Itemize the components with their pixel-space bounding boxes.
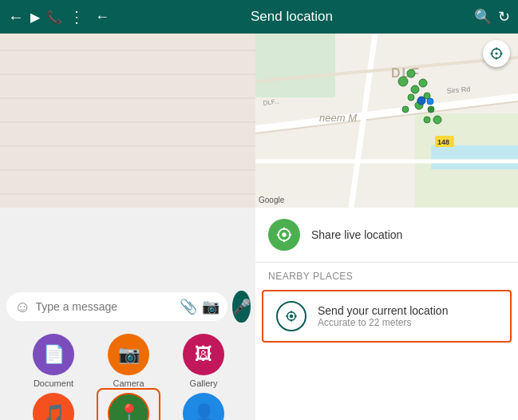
attachment-contact[interactable]: 👤 Contact [172,393,235,420]
attachment-location[interactable]: 📍 Location [97,388,160,420]
mic-button[interactable]: 🎤 [232,291,251,323]
video-icon[interactable]: ▶ [30,10,40,25]
refresh-icon[interactable]: ↻ [498,8,510,26]
svg-point-17 [411,85,419,93]
svg-point-23 [402,106,409,113]
svg-point-25 [424,117,430,123]
attachment-audio[interactable]: 🎵 Audio [22,393,85,420]
svg-point-29 [496,53,498,55]
svg-text:neem M: neem M [319,112,357,124]
message-input-area: ☺ 📎 📷 🎤 [0,287,257,326]
contact-icon: 👤 [193,403,215,420]
call-icon[interactable]: 📞 [46,10,62,25]
page-title: Send location [116,9,468,25]
top-bar: ← ▶ 📞 ⋮ ← Send location 🔍 ↻ [0,0,518,34]
curr-loc-svg [284,309,299,323]
chat-area [0,34,257,208]
attachment-icon[interactable]: 📎 [180,298,197,315]
svg-point-37 [290,315,294,319]
location-icon-circle: 📍 [108,393,149,420]
live-loc-svg [275,226,293,244]
svg-rect-3 [431,145,518,169]
document-icon-circle: 📄 [33,334,74,375]
attachment-document[interactable]: 📄 Document [22,334,85,388]
camera-label: Camera [113,378,144,388]
camera-icon[interactable]: 📷 [202,298,219,315]
crosshair-icon [489,46,504,61]
audio-icon: 🎵 [43,403,65,420]
svg-point-35 [282,232,287,237]
svg-point-18 [419,79,427,87]
send-location-back-icon[interactable]: ← [95,9,109,26]
nearby-places-header: Nearby places [255,263,518,287]
crosshair-button[interactable] [483,40,510,67]
menu-icon[interactable]: ⋮ [69,7,85,26]
search-icon[interactable]: 🔍 [474,8,492,26]
live-location-icon [268,219,300,251]
map-area: DLF neem M Sirs Rd DLF... 148 Google [255,34,518,208]
map-svg: DLF neem M Sirs Rd DLF... 148 [255,34,518,208]
svg-point-26 [417,97,425,105]
document-icon: 📄 [43,344,65,365]
svg-point-27 [427,98,433,105]
document-label: Document [34,378,73,388]
svg-point-15 [398,77,408,86]
current-location-subtitle: Accurate to 22 meters [318,317,448,328]
message-input-wrapper: ☺ 📎 📷 [6,292,227,321]
audio-icon-circle: 🎵 [33,393,74,420]
attachment-gallery[interactable]: 🖼 Gallery [172,334,235,388]
contact-icon-circle: 👤 [183,393,224,420]
gallery-icon: 🖼 [195,344,212,365]
svg-point-16 [407,69,415,77]
svg-point-20 [408,94,414,101]
google-watermark: Google [259,196,284,204]
location-icon: 📍 [118,403,140,420]
attachment-grid: 📄 Document 📷 Camera 🖼 Gallery 🎵 Audio 📍 … [0,326,257,420]
location-panel: Share live location Nearby places Send y… [255,208,518,420]
svg-point-22 [428,106,434,113]
share-live-location-item[interactable]: Share live location [255,208,518,263]
svg-rect-1 [255,34,335,97]
back-arrow-icon[interactable]: ← [8,8,24,26]
gallery-label: Gallery [190,378,218,388]
svg-point-24 [433,116,441,124]
message-input[interactable] [35,300,175,313]
attachment-camera[interactable]: 📷 Camera [97,334,160,388]
current-location-info: Send your current location Accurate to 2… [318,304,448,328]
share-live-location-label: Share live location [311,228,402,241]
send-current-location-item[interactable]: Send your current location Accurate to 2… [262,290,512,343]
current-location-icon [276,301,306,331]
camera-icon-circle: 📷 [108,334,149,375]
camera-att-icon: 📷 [118,344,140,365]
gallery-icon-circle: 🖼 [183,334,224,375]
svg-text:148: 148 [437,138,449,146]
mic-icon: 🎤 [233,298,251,315]
emoji-icon[interactable]: ☺ [14,298,30,316]
current-location-title: Send your current location [318,304,448,317]
